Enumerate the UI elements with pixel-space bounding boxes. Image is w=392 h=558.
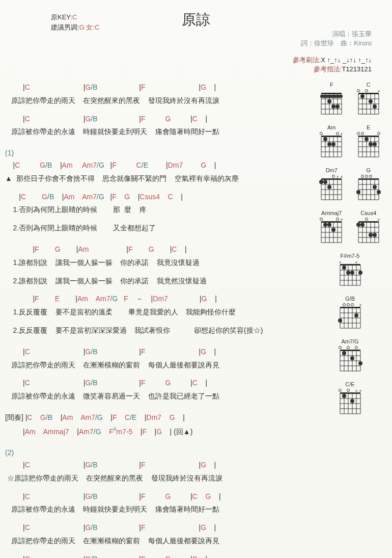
chord-diagram: G/Bx [338,296,363,331]
svg-text:x: x [341,217,343,222]
svg-point-212 [342,394,346,398]
svg-point-87 [319,180,323,184]
chord-sheet: |C |G/B |F |G | 原諒把你帶走的雨天 在突然醒來的黑夜 發現我終於… [5,82,311,558]
svg-point-138 [369,233,373,237]
svg-text:x: x [378,89,380,93]
svg-point-120 [331,228,335,232]
svg-point-13 [335,104,340,109]
chord-diagram: G [356,167,381,202]
chord-diagram: Csus4x [356,210,381,245]
play-patterns: 參考刷法:X ↑_↑↓ _↓↑↓ ↑_↑↓ 參考指法:T1213121 [5,56,372,74]
svg-point-66 [369,142,373,146]
svg-point-101 [373,185,377,189]
chord-diagram: Am7/G [338,338,363,374]
svg-point-86 [323,180,327,184]
svg-point-141 [356,223,360,227]
svg-point-49 [327,142,331,146]
svg-point-193 [347,347,349,349]
svg-point-192 [350,356,354,360]
key-info: 原KEY:C 建議男調:G 女:C [51,13,99,33]
svg-point-68 [361,132,363,135]
svg-point-194 [342,351,346,355]
svg-point-100 [377,190,381,194]
svg-point-119 [337,218,339,221]
svg-text:x: x [355,260,357,264]
chord-diagram: Ammaj7x [319,210,344,245]
svg-point-210 [350,399,354,403]
svg-point-103 [365,175,368,178]
svg-rect-12 [320,95,343,98]
chord-diagram: Amx [319,124,344,160]
svg-point-211 [347,389,349,392]
svg-point-14 [331,104,335,109]
svg-point-157 [346,271,350,275]
chord-diagrams: FCx AmxE Dm7xxG Ammaj7xCsus4x F#m7-5xx G… [313,82,387,558]
svg-point-104 [361,175,363,178]
svg-point-137 [373,233,377,237]
svg-point-48 [331,142,335,146]
svg-point-123 [320,218,323,221]
svg-point-213 [339,389,341,392]
svg-point-195 [339,347,341,349]
svg-text:x: x [339,260,341,264]
chord-diagram: F [319,82,344,117]
svg-point-174 [351,304,353,306]
svg-point-47 [337,132,339,135]
svg-point-69 [357,132,359,135]
svg-point-154 [358,271,362,275]
svg-point-158 [342,265,346,270]
svg-point-31 [365,90,368,92]
chord-diagram: Dm7xx [319,167,344,202]
svg-point-67 [365,137,369,141]
svg-point-122 [323,223,327,227]
svg-point-50 [323,137,327,141]
svg-text:x: x [359,303,361,307]
svg-point-176 [343,304,345,306]
svg-point-102 [369,175,372,178]
chord-diagram: F#m7-5xx [338,253,363,288]
svg-point-33 [357,90,359,92]
chord-diagram: E [356,124,381,160]
svg-point-51 [320,132,323,135]
svg-text:x: x [359,388,361,393]
svg-point-121 [327,223,331,227]
svg-point-190 [358,361,362,365]
svg-point-29 [373,104,377,109]
svg-point-32 [360,94,365,98]
svg-point-173 [354,313,358,317]
svg-point-84 [332,175,335,178]
svg-point-191 [355,347,357,349]
chord-diagram: Cx [356,82,381,117]
svg-point-139 [365,218,368,221]
svg-text:x: x [341,131,343,136]
svg-text:x: x [337,174,339,179]
svg-point-65 [373,142,377,146]
svg-point-85 [327,185,331,189]
svg-point-177 [338,318,342,323]
svg-point-140 [360,223,365,227]
svg-point-30 [369,99,373,103]
svg-point-105 [356,190,360,194]
svg-point-15 [327,99,331,103]
svg-point-156 [350,271,354,275]
svg-text:x: x [341,174,343,179]
svg-text:x: x [378,217,380,222]
svg-point-175 [347,304,349,306]
chord-diagram: C/Exx [338,381,363,416]
svg-point-64 [377,132,380,135]
svg-text:x: x [355,388,357,393]
